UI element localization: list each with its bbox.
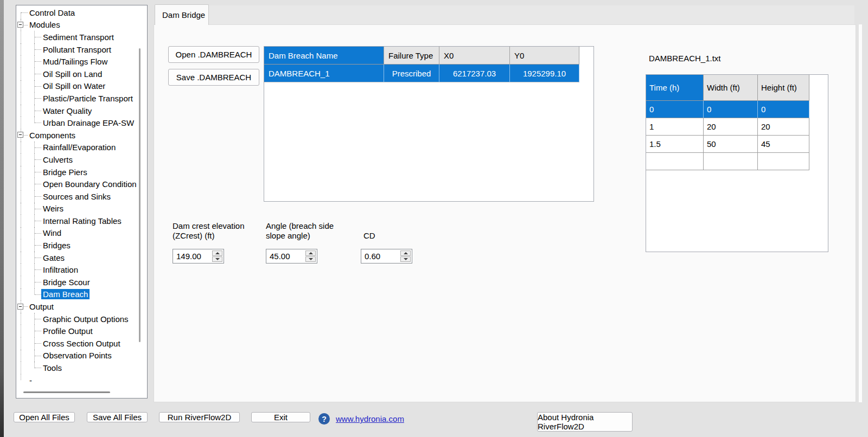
sidebar-item-rainfall-evaporation[interactable]: Rainfall/Evaporation (16, 142, 139, 154)
sidebar-item-label: Bridge Piers (41, 167, 89, 177)
sidebar-item-label: Oil Spill on Water (41, 81, 107, 91)
tab-dam-bridge[interactable]: Dam Bridge (155, 4, 209, 25)
collapse-minus-icon[interactable] (17, 132, 23, 138)
cell-time[interactable]: 1.5 (646, 136, 704, 153)
grid-header-row: Time (h) Width (ft) Height (ft) (646, 75, 828, 101)
column-header-y0[interactable]: Y0 (510, 47, 579, 65)
column-header-dam-breach-name[interactable]: Dam Breach Name (264, 47, 384, 65)
sidebar-item-bridges[interactable]: Bridges (16, 239, 139, 252)
sidebar-item-wind[interactable]: Wind (16, 227, 139, 240)
sidebar-item-modules[interactable]: Modules (16, 19, 139, 31)
angle-input[interactable]: 45.00 (266, 249, 305, 263)
cell-height[interactable]: 0 (758, 101, 809, 118)
spin-down-button[interactable] (212, 256, 222, 262)
hydronia-website-link[interactable]: www.hydronia.com (336, 414, 404, 423)
sidebar-item-bridge-scour[interactable]: Bridge Scour (16, 276, 139, 288)
sidebar-item-sources-and-sinks[interactable]: Sources and Sinks (16, 190, 139, 203)
cell-height[interactable] (758, 153, 809, 170)
cell-width[interactable]: 20 (704, 118, 758, 136)
tab-label: Dam Bridge (162, 10, 205, 20)
sidebar-item-label: Mud/Tailings Flow (41, 56, 109, 67)
sidebar-item-output[interactable]: Output (16, 300, 139, 313)
sidebar-item-urban-drainage-epa-sw[interactable]: Urban Drainage EPA-SW (16, 117, 139, 129)
sidebar-item-cross-section-output[interactable]: Cross Section Output (16, 337, 139, 350)
spin-down-button[interactable] (400, 256, 411, 262)
spin-up-button[interactable] (400, 250, 411, 256)
column-header-time[interactable]: Time (h) (646, 75, 704, 101)
help-icon[interactable]: ? (318, 413, 330, 425)
table-row-empty[interactable] (646, 153, 828, 170)
column-header-x0[interactable]: X0 (439, 47, 510, 65)
cell-width[interactable]: 0 (704, 101, 758, 118)
sidebar-item-tools[interactable]: Tools (16, 362, 139, 374)
sidebar-item-water-quality[interactable]: Water Quality (16, 105, 139, 117)
cell-failure-type[interactable]: Prescribed (384, 65, 439, 82)
table-row[interactable]: 1 20 20 (646, 118, 828, 136)
collapse-minus-icon[interactable] (17, 22, 23, 28)
spin-up-button[interactable] (212, 250, 222, 256)
sidebar-item-dash[interactable]: - (16, 374, 139, 387)
sidebar-item-label: Culverts (41, 155, 74, 165)
table-row[interactable]: 0 0 0 (646, 101, 828, 118)
open-all-files-button[interactable]: Open All Files (14, 412, 75, 422)
table-row[interactable]: DAMBREACH_1 Prescribed 6217237.03 192529… (264, 65, 593, 82)
column-header-width[interactable]: Width (ft) (704, 75, 758, 101)
sidebar-item-culverts[interactable]: Culverts (16, 153, 139, 166)
sidebar-item-components[interactable]: Components (16, 129, 139, 142)
cell-width[interactable] (704, 153, 758, 170)
save-dambreach-button[interactable]: Save .DAMBREACH (168, 69, 259, 86)
sidebar-item-control-data[interactable]: Control Data (16, 7, 139, 19)
sidebar-item-weirs[interactable]: Weirs (16, 203, 139, 215)
column-header-height[interactable]: Height (ft) (758, 75, 809, 101)
tree-connector-line (35, 233, 41, 234)
column-header-failure-type[interactable]: Failure Type (384, 47, 439, 65)
cell-dam-breach-name[interactable]: DAMBREACH_1 (264, 65, 384, 82)
cell-x0[interactable]: 6217237.03 (439, 65, 510, 82)
cell-time[interactable]: 0 (646, 101, 704, 118)
dam-crest-elevation-input[interactable]: 149.00 (173, 249, 212, 263)
sidebar-item-mud-tailings-flow[interactable]: Mud/Tailings Flow (16, 55, 139, 68)
spin-down-button[interactable] (305, 256, 316, 262)
cd-input[interactable]: 0.60 (361, 249, 400, 263)
collapse-minus-icon[interactable] (17, 304, 23, 310)
open-dambreach-button[interactable]: Open .DAMBREACH (168, 46, 259, 63)
horizontal-scrollbar[interactable] (23, 391, 110, 393)
save-all-files-button[interactable]: Save All Files (87, 412, 148, 422)
sidebar-item-plastic-particle-transport[interactable]: Plastic/Particle Transport (16, 92, 139, 105)
cell-time[interactable]: 1 (646, 118, 704, 136)
sidebar-item-observation-points[interactable]: Observation Points (16, 350, 139, 362)
sidebar-item-label: Components (28, 130, 77, 140)
about-hydronia-button[interactable]: About Hydronia RiverFlow2D (537, 412, 633, 432)
tree-connector-line (35, 123, 41, 123)
spin-up-button[interactable] (305, 250, 316, 256)
cell-time[interactable] (646, 153, 704, 170)
save-dambreach-label: Save .DAMBREACH (176, 73, 251, 82)
sidebar-item-label: Urban Drainage EPA-SW (41, 118, 136, 128)
tree-connector-line (35, 184, 41, 184)
sidebar-item-open-boundary-condition[interactable]: Open Boundary Condition (16, 178, 139, 190)
sidebar-item-oil-spill-on-water[interactable]: Oil Spill on Water (16, 80, 139, 93)
sidebar-item-graphic-output-options[interactable]: Graphic Output Options (16, 313, 139, 325)
sidebar-item-infiltration[interactable]: Infiltration (16, 264, 139, 276)
tree-connector-line (35, 61, 41, 62)
tree-connector-line (35, 86, 41, 87)
sidebar-item-sediment-transport[interactable]: Sediment Transport (16, 31, 139, 43)
vertical-scrollbar[interactable] (139, 48, 141, 342)
sidebar-item-oil-spill-on-land[interactable]: Oil Spill on Land (16, 68, 139, 80)
grid-header-row: Dam Breach Name Failure Type X0 Y0 (264, 47, 593, 65)
sidebar-item-pollutant-transport[interactable]: Pollutant Transport (16, 43, 139, 56)
sidebar-item-bridge-piers[interactable]: Bridge Piers (16, 166, 139, 178)
table-row[interactable]: 1.5 50 45 (646, 136, 828, 153)
sidebar-item-gates[interactable]: Gates (16, 252, 139, 264)
open-all-files-label: Open All Files (19, 413, 69, 422)
run-riverflow2d-button[interactable]: Run RiverFlow2D (159, 412, 240, 422)
sidebar-item-dam-breach[interactable]: Dam Breach (16, 288, 139, 301)
exit-button[interactable]: Exit (251, 412, 310, 422)
cell-y0[interactable]: 1925299.10 (510, 65, 579, 82)
sidebar-item-internal-rating-tables[interactable]: Internal Rating Tables (16, 215, 139, 227)
sidebar-item-profile-output[interactable]: Profile Output (16, 325, 139, 337)
cell-height[interactable]: 45 (758, 136, 809, 153)
cell-height[interactable]: 20 (758, 118, 809, 136)
sidebar-item-label: Profile Output (41, 326, 94, 336)
cell-width[interactable]: 50 (704, 136, 758, 153)
